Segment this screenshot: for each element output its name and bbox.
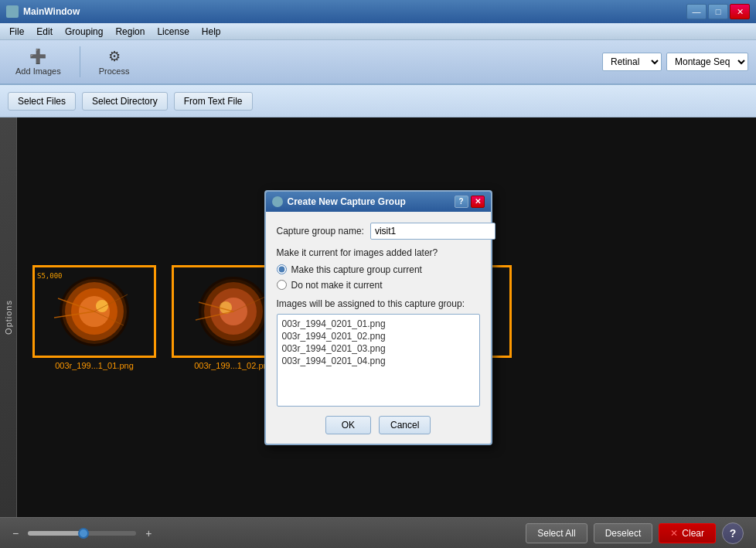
from-text-file-button[interactable]: From Text File — [174, 92, 253, 111]
menu-region[interactable]: Region — [109, 25, 151, 39]
radio-do-not-current[interactable] — [277, 280, 287, 290]
bottom-bar: − + Select All Deselect ✕ Clear ? — [0, 517, 756, 548]
select-files-button[interactable]: Select Files — [8, 92, 76, 111]
add-images-button[interactable]: ➕ Add Images — [8, 45, 69, 79]
clear-button[interactable]: ✕ Clear — [659, 523, 716, 543]
dialog-buttons: OK Cancel — [277, 416, 480, 434]
zoom-plus-icon[interactable]: + — [145, 527, 152, 539]
capture-group-input[interactable] — [370, 223, 495, 240]
clear-x-icon: ✕ — [670, 528, 678, 539]
toolbar-separator — [80, 46, 80, 77]
dialog-close-button[interactable]: ✕ — [471, 196, 485, 208]
toolbar: ➕ Add Images ⚙ Process Retinal Corneal A… — [0, 40, 756, 85]
dialog-cancel-button[interactable]: Cancel — [379, 416, 431, 434]
process-label: Process — [99, 66, 130, 76]
radio-do-not-row: Do not make it current — [277, 280, 480, 291]
menu-file[interactable]: File — [3, 25, 30, 39]
retinal-dropdown[interactable]: Retinal Corneal Anterior — [602, 53, 662, 71]
zoom-minus-icon[interactable]: − — [12, 527, 19, 539]
process-icon: ⚙ — [108, 48, 121, 65]
app-icon — [6, 5, 19, 18]
menu-help[interactable]: Help — [196, 25, 227, 39]
minimize-button[interactable]: — — [686, 4, 707, 19]
images-assigned-label: Images will be assigned to this capture … — [277, 298, 480, 309]
clear-label: Clear — [682, 528, 704, 539]
dialog-body: Capture group name: Make it current for … — [266, 212, 491, 444]
dialog-ok-button[interactable]: OK — [325, 416, 371, 434]
dialog-title-buttons: ? ✕ — [455, 196, 485, 208]
sub-toolbar: Select Files Select Directory From Text … — [0, 85, 756, 117]
dialog-title: Create New Capture Group — [288, 196, 406, 207]
list-item: 003r_1994_0201_03.png — [281, 342, 476, 355]
montage-seq-dropdown[interactable]: Montage Seq Time Series — [666, 53, 748, 71]
zoom-thumb[interactable] — [78, 528, 89, 539]
select-all-button[interactable]: Select All — [526, 523, 587, 543]
title-bar-controls: — □ ✕ — [686, 4, 750, 19]
maximize-button[interactable]: □ — [708, 4, 728, 19]
select-directory-button[interactable]: Select Directory — [82, 92, 168, 111]
images-listbox[interactable]: 003r_1994_0201_01.png 003r_1994_0201_02.… — [277, 314, 480, 407]
title-bar: MainWindow — □ ✕ — [0, 0, 756, 23]
menu-license[interactable]: License — [151, 25, 195, 39]
radio-do-not-label: Do not make it current — [291, 280, 383, 291]
menu-bar: File Edit Grouping Region License Help — [0, 23, 756, 40]
capture-group-row: Capture group name: — [277, 223, 480, 240]
list-item: 003r_1994_0201_01.png — [281, 318, 476, 330]
capture-group-label: Capture group name: — [277, 226, 364, 237]
menu-grouping[interactable]: Grouping — [59, 25, 109, 39]
process-button[interactable]: ⚙ Process — [91, 45, 138, 79]
list-item: 003r_1994_0201_04.png — [281, 355, 476, 367]
menu-edit[interactable]: Edit — [30, 25, 59, 39]
bottom-right: Select All Deselect ✕ Clear ? — [526, 522, 744, 544]
dialog-help-button[interactable]: ? — [455, 196, 468, 208]
make-current-question: Make it current for images added later? — [277, 247, 480, 258]
dialog-overlay: Create New Capture Group ? ✕ Capture gro… — [0, 117, 756, 517]
radio-make-current-row: Make this capture group current — [277, 264, 480, 275]
list-item: 003r_1994_0201_02.png — [281, 330, 476, 342]
add-images-icon: ➕ — [29, 48, 46, 65]
toolbar-right: Retinal Corneal Anterior Montage Seq Tim… — [602, 53, 748, 71]
add-images-label: Add Images — [15, 66, 61, 76]
dialog-title-left: Create New Capture Group — [272, 196, 406, 207]
radio-make-current-label: Make this capture group current — [291, 264, 422, 275]
zoom-slider[interactable] — [28, 531, 136, 536]
close-button[interactable]: ✕ — [730, 4, 750, 19]
radio-make-current[interactable] — [277, 264, 287, 274]
help-button[interactable]: ? — [722, 522, 744, 544]
create-capture-group-dialog: Create New Capture Group ? ✕ Capture gro… — [264, 190, 492, 445]
window-title: MainWindow — [23, 6, 80, 17]
dialog-icon — [272, 196, 283, 207]
dialog-title-bar: Create New Capture Group ? ✕ — [266, 192, 491, 212]
main-area: Options S5,000 — [0, 117, 756, 517]
deselect-button[interactable]: Deselect — [594, 523, 653, 543]
